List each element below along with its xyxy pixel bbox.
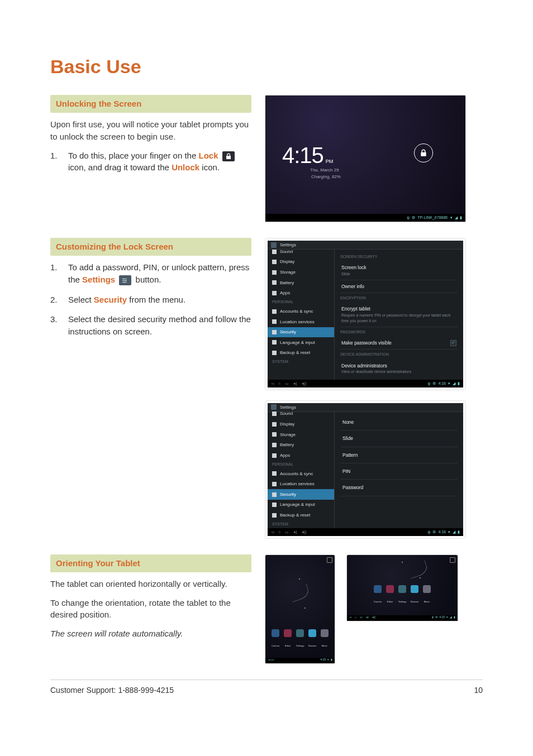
nav-item-location-services[interactable]: Location services bbox=[268, 479, 334, 490]
app-camera[interactable]: Camera bbox=[374, 585, 382, 606]
nav-item-label: Display bbox=[280, 421, 294, 428]
nav-item-storage[interactable]: Storage bbox=[268, 267, 334, 277]
option-pwd-visible[interactable]: Make passwords visible ✓ bbox=[340, 337, 458, 350]
vol-up-icon[interactable]: ◂)) bbox=[302, 529, 307, 535]
signal-icon: ◢ bbox=[453, 529, 455, 535]
wifi-icon: ▾ bbox=[446, 615, 448, 621]
battery-icon: ▮ bbox=[458, 529, 460, 535]
nav-item-location-services[interactable]: Location services bbox=[268, 317, 334, 327]
nav-item-icon bbox=[272, 492, 277, 497]
app-dock: CameraEditorSettingsBrowserMusic bbox=[347, 585, 458, 606]
checkbox-icon[interactable]: ✓ bbox=[450, 340, 456, 346]
nav-item-accounts-sync[interactable]: Accounts & sync bbox=[268, 306, 334, 317]
home-screen-landscape: CameraEditorSettingsBrowserMusic ◅⌂▭◂)◂)… bbox=[346, 554, 458, 621]
option-encrypt-tablet[interactable]: Encrypt tablet Require a numeric PIN or … bbox=[340, 303, 458, 327]
nav-item-label: Display bbox=[280, 259, 294, 265]
nav-item-icon bbox=[272, 503, 277, 507]
nav-item-apps[interactable]: Apps bbox=[268, 450, 334, 461]
app-icon bbox=[296, 629, 304, 637]
app-dock: CameraEditorSettingsBrowserMusic bbox=[265, 629, 335, 650]
back-icon[interactable]: ◅ bbox=[349, 615, 351, 621]
vol-up-icon[interactable]: ◂)) bbox=[372, 615, 375, 621]
page-footer: Customer Support: 1-888-999-4215 10 bbox=[50, 680, 483, 696]
nav-item-label: Battery bbox=[280, 442, 294, 448]
app-label: Settings bbox=[296, 644, 304, 647]
nav-item-language-input[interactable]: Language & input bbox=[268, 337, 334, 348]
app-editor[interactable]: Editor bbox=[386, 585, 394, 606]
apps-drawer-icon[interactable] bbox=[327, 557, 332, 563]
keyword-settings: Settings bbox=[82, 275, 115, 284]
app-settings[interactable]: Settings bbox=[296, 629, 304, 650]
home-icon[interactable]: ⌂ bbox=[278, 529, 280, 535]
vol-down-icon[interactable]: ◂) bbox=[293, 529, 297, 535]
app-browser[interactable]: Browser bbox=[308, 629, 316, 650]
nav-item-icon bbox=[272, 309, 277, 314]
nav-item-security[interactable]: Security bbox=[268, 327, 334, 338]
option-owner-info[interactable]: Owner info bbox=[340, 280, 458, 293]
option-screen-lock[interactable]: Screen lock Slide bbox=[340, 261, 458, 280]
nav-item-security[interactable]: Security bbox=[268, 489, 334, 500]
nav-item-language-input[interactable]: Language & input bbox=[268, 500, 334, 510]
nav-item-battery[interactable]: Battery bbox=[268, 277, 334, 288]
back-icon[interactable]: ◅ bbox=[271, 529, 274, 535]
home-icon[interactable]: ⌂ bbox=[278, 381, 280, 386]
nav-item-sound[interactable]: Sound bbox=[268, 409, 334, 419]
nav-category: SYSTEM bbox=[268, 520, 334, 528]
settings-icon bbox=[119, 275, 131, 285]
section-header-orient: Orienting Your Tablet bbox=[50, 554, 251, 572]
nav-item-icon bbox=[272, 291, 277, 295]
nav-item-accounts-sync[interactable]: Accounts & sync bbox=[268, 468, 334, 479]
app-browser[interactable]: Browser bbox=[411, 585, 418, 606]
lock-option-password[interactable]: Password bbox=[340, 480, 458, 496]
nav-item-sound[interactable]: Sound bbox=[268, 246, 334, 257]
lock-option-pattern[interactable]: Pattern bbox=[340, 447, 458, 463]
recent-icon[interactable]: ▭ bbox=[360, 615, 363, 621]
clock-time: 4:18 bbox=[438, 529, 446, 535]
vol-down-icon[interactable]: ◂) bbox=[293, 381, 297, 386]
option-title: Make passwords visible bbox=[341, 339, 392, 346]
nav-category: PERSONAL bbox=[268, 298, 334, 306]
app-editor[interactable]: Editor bbox=[284, 629, 292, 650]
vol-up-icon[interactable]: ◂)) bbox=[302, 381, 307, 386]
nav-item-storage[interactable]: Storage bbox=[268, 429, 334, 440]
customize-steps: 1. To add a password, PIN, or unlock pat… bbox=[50, 261, 251, 338]
recent-icon[interactable]: ▭ bbox=[285, 529, 289, 535]
app-icon bbox=[423, 585, 431, 593]
nav-item-label: Sound bbox=[280, 410, 293, 417]
keyword-security: Security bbox=[94, 295, 127, 304]
app-music[interactable]: Music bbox=[423, 585, 431, 606]
app-music[interactable]: Music bbox=[321, 629, 329, 650]
nav-item-label: Accounts & sync bbox=[280, 308, 313, 315]
lock-option-pin[interactable]: PIN bbox=[340, 463, 458, 480]
nav-item-display[interactable]: Display bbox=[268, 419, 334, 430]
step-number: 1. bbox=[50, 150, 68, 174]
text: icon, and drag it toward the bbox=[68, 162, 172, 172]
app-icon bbox=[284, 629, 292, 637]
app-camera[interactable]: Camera bbox=[272, 629, 279, 650]
recent-icon[interactable]: ▭ bbox=[272, 658, 274, 663]
option-device-admin[interactable]: Device administrators View or deactivate… bbox=[340, 360, 458, 377]
lock-option-none[interactable]: None bbox=[340, 414, 458, 430]
lock-option-slide[interactable]: Slide bbox=[340, 430, 458, 447]
nav-item-backup-reset[interactable]: Backup & reset bbox=[268, 510, 334, 520]
wifi-ssid: TP-LINK_67888E bbox=[417, 215, 448, 221]
home-icon[interactable]: ⌂ bbox=[355, 615, 356, 621]
lock-ring[interactable] bbox=[414, 143, 433, 162]
apps-drawer-icon[interactable] bbox=[450, 557, 455, 563]
usb-icon: ψ bbox=[407, 215, 410, 221]
nav-item-display[interactable]: Display bbox=[268, 257, 334, 267]
nav-item-backup-reset[interactable]: Backup & reset bbox=[268, 348, 334, 358]
wallpaper-dot bbox=[402, 562, 403, 563]
svg-point-5 bbox=[123, 281, 125, 283]
back-icon[interactable]: ◅ bbox=[271, 381, 274, 386]
recent-icon[interactable]: ▭ bbox=[285, 381, 289, 386]
nav-item-apps[interactable]: Apps bbox=[268, 288, 334, 299]
nav-item-label: Security bbox=[280, 329, 296, 336]
settings-right-panel: SCREEN SECURITY Screen lock Slide Owner … bbox=[335, 250, 463, 380]
orient-p1: The tablet can oriented horizontally or … bbox=[50, 578, 251, 590]
unlock-steps: 1. To do this, place your finger on the … bbox=[50, 150, 251, 174]
option-subtitle: View or deactivate device administrators bbox=[341, 369, 456, 375]
app-settings[interactable]: Settings bbox=[398, 585, 406, 606]
nav-item-battery[interactable]: Battery bbox=[268, 440, 334, 451]
vol-down-icon[interactable]: ◂) bbox=[366, 615, 369, 621]
